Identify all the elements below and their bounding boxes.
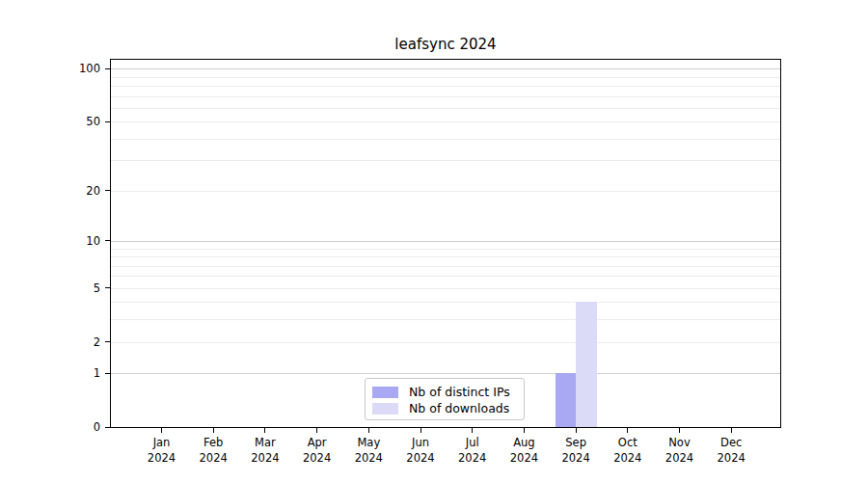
x-tick-label: Jul2024 xyxy=(446,435,500,466)
x-tick-year: 2024 xyxy=(238,450,292,466)
x-tick-label: Dec2024 xyxy=(704,435,758,466)
y-tick xyxy=(105,190,110,191)
y-tick-label: 0 xyxy=(0,419,100,435)
y-tick xyxy=(105,287,110,288)
bar-distinct-ips xyxy=(556,373,577,427)
x-tick-label: May2024 xyxy=(341,435,395,466)
x-tick-month: Jul xyxy=(446,435,500,450)
minor-gridline xyxy=(111,256,780,257)
minor-gridline xyxy=(111,276,780,277)
y-tick-label: 20 xyxy=(0,183,100,199)
minor-gridline xyxy=(111,96,780,97)
x-tick-year: 2024 xyxy=(290,450,344,466)
y-tick xyxy=(105,373,110,374)
y-tick xyxy=(105,427,110,428)
x-tick-label: Sep2024 xyxy=(549,435,603,466)
legend-swatch-distinct-ips xyxy=(372,387,398,398)
x-tick-label: Oct2024 xyxy=(601,435,655,466)
x-tick-label: Apr2024 xyxy=(290,435,344,466)
major-gridline xyxy=(111,241,780,242)
bar-downloads xyxy=(576,302,597,427)
x-tick-year: 2024 xyxy=(135,450,189,466)
x-tick xyxy=(161,428,162,433)
x-tick xyxy=(679,428,680,433)
x-tick-label: Jun2024 xyxy=(393,435,448,466)
major-gridline xyxy=(111,68,780,69)
figure: leafsync 2024 Nb of distinct IPsNb of do… xyxy=(0,0,868,482)
x-tick-year: 2024 xyxy=(497,450,551,466)
x-tick-year: 2024 xyxy=(446,450,500,466)
x-tick xyxy=(524,428,525,433)
minor-gridline xyxy=(111,160,780,161)
x-tick-month: Nov xyxy=(653,435,707,450)
x-tick xyxy=(472,428,473,433)
major-gridline xyxy=(111,373,780,374)
minor-gridline xyxy=(111,342,780,343)
minor-gridline xyxy=(111,319,780,320)
x-tick-month: Jun xyxy=(393,435,448,450)
x-tick xyxy=(420,428,421,433)
x-tick-month: May xyxy=(341,435,395,450)
x-tick-label: Nov2024 xyxy=(653,435,707,466)
x-tick xyxy=(316,428,317,433)
y-tick xyxy=(105,341,110,342)
y-tick-label: 50 xyxy=(0,114,100,129)
legend-label: Nb of downloads xyxy=(409,400,509,416)
x-tick-month: Oct xyxy=(601,435,655,450)
y-tick-label: 2 xyxy=(0,335,100,350)
y-tick xyxy=(105,68,110,69)
minor-gridline xyxy=(111,288,780,289)
minor-gridline xyxy=(111,86,780,87)
legend: Nb of distinct IPsNb of downloads xyxy=(365,378,525,420)
minor-gridline xyxy=(111,77,780,78)
plot-area xyxy=(110,59,781,428)
x-tick xyxy=(731,428,732,433)
y-tick xyxy=(105,240,110,241)
minor-gridline xyxy=(111,302,780,303)
x-tick-year: 2024 xyxy=(393,450,448,466)
x-tick-month: Sep xyxy=(549,435,603,450)
x-tick-label: Feb2024 xyxy=(186,435,240,466)
y-tick-label: 5 xyxy=(0,281,100,296)
x-tick-year: 2024 xyxy=(549,450,603,466)
legend-item: Nb of downloads xyxy=(372,400,516,416)
x-tick-month: Feb xyxy=(186,435,240,450)
x-tick-year: 2024 xyxy=(704,450,758,466)
minor-gridline xyxy=(111,249,780,250)
minor-gridline xyxy=(111,266,780,267)
x-tick xyxy=(627,428,628,433)
x-tick xyxy=(264,428,265,433)
x-tick-month: Mar xyxy=(238,435,292,450)
minor-gridline xyxy=(111,121,780,122)
y-tick xyxy=(105,121,110,122)
legend-swatch-downloads xyxy=(372,403,398,415)
x-tick-year: 2024 xyxy=(653,450,707,466)
x-tick-label: Aug2024 xyxy=(497,435,551,466)
x-tick-month: Dec xyxy=(704,435,758,450)
y-tick-label: 100 xyxy=(0,61,100,76)
x-tick xyxy=(213,428,214,433)
minor-gridline xyxy=(111,191,780,192)
x-tick-month: Aug xyxy=(497,435,551,450)
x-tick xyxy=(368,428,369,433)
x-tick-month: Apr xyxy=(290,435,344,450)
minor-gridline xyxy=(111,139,780,140)
x-tick-year: 2024 xyxy=(186,450,240,466)
x-tick-month: Jan xyxy=(135,435,189,450)
legend-item: Nb of distinct IPs xyxy=(372,384,516,400)
x-tick-label: Jan2024 xyxy=(135,435,189,466)
y-tick-label: 1 xyxy=(0,365,100,381)
y-tick-label: 10 xyxy=(0,233,100,249)
x-tick xyxy=(576,428,577,433)
minor-gridline xyxy=(111,108,780,109)
x-tick-year: 2024 xyxy=(601,450,655,466)
x-tick-year: 2024 xyxy=(341,450,395,466)
legend-label: Nb of distinct IPs xyxy=(409,384,510,400)
x-tick-label: Mar2024 xyxy=(238,435,292,466)
chart-title: leafsync 2024 xyxy=(110,35,781,54)
